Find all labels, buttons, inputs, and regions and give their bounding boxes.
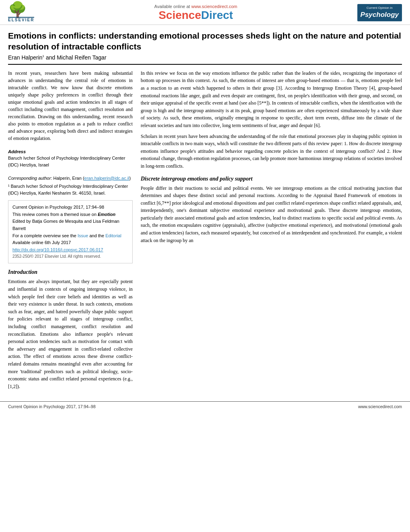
sciencedirect-logo: ScienceDirect [34,9,357,22]
author1-name: Eran Halperin [8,54,43,61]
introduction-para1: Emotions are always important, but they … [8,278,133,390]
right-para3: People differ in their reactions to soci… [141,185,402,244]
right-column: In this review we focus on the way emoti… [141,70,402,394]
address-label: Address [8,148,133,155]
section2-heading: Discrete intergroup emotions and policy … [141,176,402,182]
abstract-text: In recent years, researchers have been m… [8,70,133,142]
info-box: Current Opinion in Psychology 2017, 17:9… [8,200,133,263]
introduction-heading: Introduction [8,269,133,275]
page-header: 🌳 ELSEVIER Available online at www.scien… [0,0,410,25]
available-online-date: Available online 6th July 2017 [12,239,128,246]
review-note: This review comes from a themed issue on… [12,211,128,218]
header-center: Available online at www.sciencedirect.co… [34,4,357,22]
copyright-notice: 2352-250/© 2017 Elsevier Ltd. All rights… [12,253,128,260]
right-para1: In this review we focus on the way emoti… [141,70,402,129]
direct-part: Direct [201,9,233,21]
complete-overview: For a complete overview see the Issue an… [12,232,128,240]
author-connector: and [44,54,57,61]
elsevier-logo: 🌳 ELSEVIER [8,3,34,22]
elsevier-wordmark: ELSEVIER [8,18,34,22]
page-footer: Current Opinion in Psychology 2017, 17:9… [0,401,410,411]
two-column-layout: In recent years, researchers have been m… [8,70,402,394]
edited-by: Edited by Batja Gomes de Mesquita and Li… [12,218,128,232]
journal-logo: Current Opinion in Psychology [357,4,402,21]
author2-name: Michal Reifen Tagar [57,54,106,61]
institution1: Baruch Ivcher School of Psychology Inter… [8,155,133,168]
right-para2: Scholars in recent years have been advan… [141,133,402,170]
elsevier-tree-icon: 🌳 [8,3,27,16]
sciencedirect-url[interactable]: www.sciencedirect.com [191,4,237,9]
journal-info: Current Opinion in Psychology 2017, 17:9… [12,204,128,211]
main-content: Emotions in conflicts: understanding emo… [0,25,410,393]
article-title: Emotions in conflicts: understanding emo… [8,31,402,52]
footer-right: www.sciencedirect.com [358,404,402,409]
journal-label-top: Current Opinion in [367,6,393,10]
editorial-link[interactable]: Editorial [105,233,121,238]
journal-label-bottom: Psychology [361,10,399,19]
corr-author-name: Halperin, Eran [53,176,82,181]
corr-author-label: Corresponding author: [8,176,53,181]
footnote1: ¹ Baruch Ivcher School of Psychology Int… [8,183,133,196]
footer-left: Current Opinion in Psychology 2017, 17:9… [8,404,96,409]
left-column: In recent years, researchers have been m… [8,70,133,394]
address-block: Address Baruch Ivcher School of Psycholo… [8,148,133,197]
sci-part: Science [158,9,201,21]
title-block: Emotions in conflicts: understanding emo… [8,25,402,65]
doi-link[interactable]: http://dx.doi.org/10.1016/j.copsyc.2017.… [12,247,103,252]
issue-link[interactable]: Issue [78,233,88,238]
corr-email[interactable]: eran.halperin@idc.ac.il [84,176,129,181]
available-online-text: Available online at www.sciencedirect.co… [34,4,357,9]
corresponding-label: Corresponding author: Halperin, Eran (er… [8,175,133,182]
authors-line: Eran Halperin1 and Michal Reifen Tagar [8,54,402,61]
